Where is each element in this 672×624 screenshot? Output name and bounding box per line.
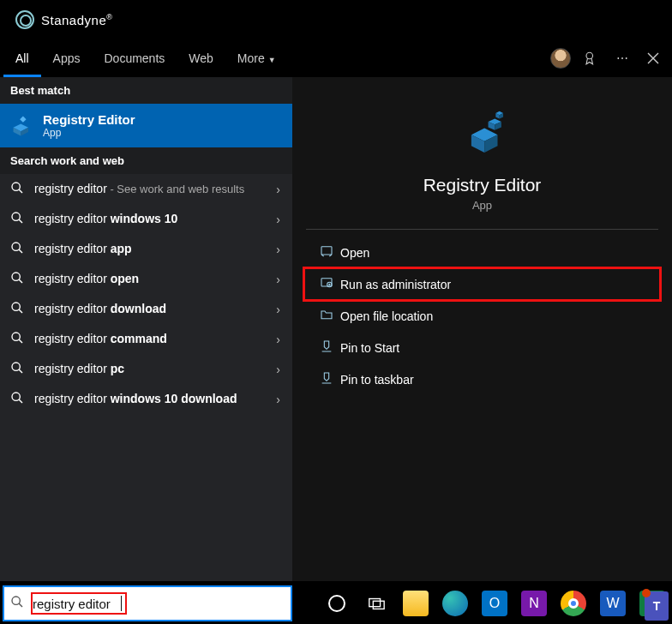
svg-line-22 <box>19 603 22 607</box>
chevron-right-icon: › <box>274 273 282 286</box>
edge-icon[interactable] <box>435 583 475 624</box>
account-avatar[interactable] <box>545 48 576 69</box>
chevron-right-icon: › <box>274 333 282 346</box>
suggestion-text: registry editor - See work and web resul… <box>34 181 274 197</box>
search-icon <box>10 391 26 407</box>
brand-name: Stanadyne® <box>41 13 112 27</box>
taskbar-icons: O N W X <box>317 583 672 624</box>
svg-line-5 <box>19 219 22 223</box>
rewards-icon[interactable] <box>576 51 607 66</box>
word-icon[interactable]: W <box>593 583 633 624</box>
action-open-file-location[interactable]: Open file location <box>304 300 660 332</box>
svg-line-3 <box>19 189 22 193</box>
brand-logo-icon <box>15 10 34 29</box>
search-filter-tabs: All Apps Documents Web More▼ ⋯ <box>0 39 672 77</box>
action-run-as-administrator[interactable]: Run as administrator <box>304 268 660 300</box>
suggestion-text: registry editor command <box>34 331 274 347</box>
svg-point-14 <box>12 363 20 370</box>
search-icon <box>10 301 26 317</box>
suggestion-text: registry editor app <box>34 241 274 257</box>
svg-point-6 <box>12 243 20 250</box>
search-input[interactable] <box>33 597 120 611</box>
suggestion-row[interactable]: registry editor windows 10 download› <box>0 384 292 414</box>
action-label: Run as administrator <box>340 278 451 291</box>
svg-line-13 <box>19 339 22 343</box>
action-icon <box>320 244 340 261</box>
suggestion-row[interactable]: registry editor app› <box>0 234 292 264</box>
suggestion-row[interactable]: registry editor command› <box>0 324 292 354</box>
svg-point-8 <box>12 273 20 280</box>
tab-documents[interactable]: Documents <box>92 39 177 77</box>
outlook-icon[interactable]: O <box>475 583 514 624</box>
svg-rect-18 <box>321 247 332 255</box>
suggestion-text: registry editor windows 10 download <box>34 391 274 407</box>
svg-line-9 <box>19 279 22 283</box>
onenote-icon[interactable]: N <box>514 583 554 624</box>
action-label: Pin to taskbar <box>340 373 414 387</box>
file-explorer-icon[interactable] <box>396 583 435 624</box>
svg-line-7 <box>19 249 22 253</box>
cortana-icon[interactable] <box>317 583 357 624</box>
chevron-right-icon: › <box>274 393 282 406</box>
task-view-icon[interactable] <box>357 583 396 624</box>
svg-point-4 <box>12 213 20 220</box>
preview-title: Registry Editor <box>292 175 672 195</box>
teams-taskbar-icon[interactable]: T <box>645 591 669 621</box>
best-match-subtitle: App <box>43 127 135 139</box>
results-panel: Best match Registry Editor App Search wo… <box>0 77 292 581</box>
close-button[interactable] <box>638 52 669 64</box>
svg-line-15 <box>19 369 22 373</box>
best-match-header: Best match <box>0 77 292 104</box>
search-icon <box>3 595 31 613</box>
tab-more[interactable]: More▼ <box>225 39 288 77</box>
suggestion-text: registry editor open <box>34 271 274 287</box>
preview-app-icon <box>292 77 672 163</box>
action-icon <box>320 339 340 356</box>
search-icon <box>10 181 26 197</box>
preview-pane: Registry Editor App OpenRun as administr… <box>292 77 672 581</box>
search-highlight <box>31 592 127 615</box>
svg-point-2 <box>12 183 20 190</box>
chrome-icon[interactable] <box>554 583 593 624</box>
suggestion-row[interactable]: registry editor download› <box>0 294 292 324</box>
registry-editor-icon <box>10 114 34 138</box>
search-web-header: Search work and web <box>0 147 292 174</box>
search-icon <box>10 271 26 287</box>
suggestion-text: registry editor windows 10 <box>34 211 274 227</box>
chevron-right-icon: › <box>274 183 282 196</box>
svg-point-16 <box>12 393 20 400</box>
search-icon <box>10 211 26 227</box>
taskbar-search-box[interactable] <box>3 586 291 621</box>
search-icon <box>10 241 26 257</box>
best-match-title: Registry Editor <box>43 112 135 127</box>
best-match-item[interactable]: Registry Editor App <box>0 104 292 147</box>
svg-rect-1 <box>20 116 26 122</box>
suggestion-row[interactable]: registry editor - See work and web resul… <box>0 174 292 204</box>
svg-rect-24 <box>373 601 384 609</box>
svg-point-10 <box>12 303 20 310</box>
action-open[interactable]: Open <box>304 237 660 268</box>
svg-line-17 <box>19 399 22 403</box>
action-pin-to-start[interactable]: Pin to Start <box>304 332 660 363</box>
chevron-right-icon: › <box>274 363 282 376</box>
taskbar: O N W X <box>0 583 672 624</box>
action-label: Open <box>340 246 369 260</box>
avatar-icon <box>550 48 571 69</box>
suggestion-row[interactable]: registry editor windows 10› <box>0 204 292 234</box>
options-icon[interactable]: ⋯ <box>607 51 638 65</box>
svg-rect-23 <box>369 599 381 607</box>
action-label: Open file location <box>340 309 433 323</box>
action-pin-to-taskbar[interactable]: Pin to taskbar <box>304 363 660 395</box>
svg-point-21 <box>12 597 20 604</box>
preview-subtitle: App <box>292 199 672 212</box>
suggestion-text: registry editor pc <box>34 361 274 377</box>
suggestion-row[interactable]: registry editor open› <box>0 264 292 294</box>
search-body: Best match Registry Editor App Search wo… <box>0 77 672 581</box>
brand-bar: Stanadyne® <box>0 0 672 39</box>
tab-all[interactable]: All <box>3 39 41 77</box>
action-icon <box>320 276 340 292</box>
suggestion-row[interactable]: registry editor pc› <box>0 354 292 384</box>
tab-web[interactable]: Web <box>177 39 225 77</box>
action-label: Pin to Start <box>340 341 399 355</box>
tab-apps[interactable]: Apps <box>41 39 93 77</box>
